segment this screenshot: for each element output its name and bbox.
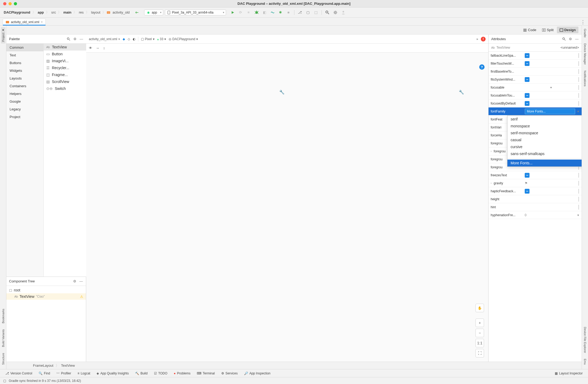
- bookmarks-tool-tab[interactable]: Bookmarks: [1, 307, 5, 325]
- version-control-tab[interactable]: ⎇ Version Control: [5, 372, 32, 375]
- avd-icon[interactable]: ▢: [306, 10, 310, 15]
- minimize-icon[interactable]: —: [575, 37, 579, 41]
- breadcrumb-item[interactable]: main: [62, 10, 72, 15]
- attribute-row[interactable]: filterTouchesW...−: [489, 60, 582, 68]
- breadcrumb-item[interactable]: FrameLayout: [33, 364, 53, 368]
- attribute-row[interactable]: fontFamilyMore Fonts...▾: [489, 107, 582, 115]
- attribute-row[interactable]: focusedByDefault−: [489, 99, 582, 107]
- zoom-out-button[interactable]: −: [476, 329, 484, 337]
- boolean-chip[interactable]: −: [525, 77, 529, 82]
- services-tab[interactable]: ⚙ Services: [221, 372, 238, 375]
- boolean-chip[interactable]: −: [525, 53, 529, 58]
- attach-debugger-icon[interactable]: ✱: [278, 10, 283, 15]
- attribute-value[interactable]: −: [523, 53, 582, 58]
- attribute-row[interactable]: fallbackLineSpa...−: [489, 52, 582, 60]
- build-tab[interactable]: 🔨 Build: [135, 372, 148, 375]
- stop-button[interactable]: ■: [286, 10, 291, 15]
- logcat-tab[interactable]: ≡ Logcat: [77, 372, 90, 375]
- dropdown-option-more-fonts[interactable]: More Fonts...: [507, 160, 582, 166]
- apply-changes-icon[interactable]: ⟳: [238, 10, 243, 15]
- boolean-chip[interactable]: −: [525, 173, 529, 178]
- dropdown-option[interactable]: serif-monospace: [507, 130, 582, 136]
- profiler-tab[interactable]: 〰 Profiler: [56, 372, 71, 375]
- git-icon[interactable]: ⎇: [298, 10, 302, 15]
- emulator-tool-tab[interactable]: Emu: [583, 357, 587, 366]
- palette-category[interactable]: Helpers: [6, 90, 43, 98]
- attribute-value[interactable]: More Fonts...▾: [523, 108, 582, 114]
- minimize-window-button[interactable]: [9, 2, 12, 5]
- attributes-list[interactable]: fallbackLineSpa...−filterTouchesW...−fir…: [489, 52, 582, 362]
- attribute-value[interactable]: [523, 69, 582, 74]
- zoom-in-button[interactable]: +: [476, 319, 484, 327]
- attribute-row[interactable]: fitsSystemWind...−: [489, 76, 582, 84]
- search-icon[interactable]: [325, 10, 330, 15]
- magnet-icon[interactable]: ↕: [103, 46, 105, 50]
- breadcrumb-item[interactable]: DACPlayground: [3, 10, 31, 15]
- palette-category[interactable]: Google: [6, 98, 43, 105]
- attribute-row[interactable]: hapticFeedback...−: [489, 187, 582, 195]
- minimize-icon[interactable]: —: [79, 279, 83, 283]
- attribute-row[interactable]: focusable▾: [489, 84, 582, 91]
- palette-item[interactable]: ⊙⊖Switch: [44, 85, 86, 92]
- palette-category[interactable]: Buttons: [6, 59, 43, 67]
- canvas-surface[interactable]: ? 🔧 🔧 ✋ + − 1:1 ⛶: [86, 53, 488, 362]
- attribute-value[interactable]: −: [523, 77, 582, 82]
- gear-icon[interactable]: ⚙: [73, 279, 77, 283]
- zoom-fit-button[interactable]: ⛶: [476, 349, 484, 357]
- expand-chevron-icon[interactable]: ›: [491, 150, 491, 153]
- canvas-file-dropdown[interactable]: activity_old_xml.xml ▾: [89, 37, 120, 41]
- dropdown-icon[interactable]: ▾: [549, 86, 553, 89]
- tree-node[interactable]: Ab TextView "Ciao" ⚠: [6, 293, 86, 300]
- attribute-value[interactable]: −: [523, 93, 582, 98]
- run-config-selector[interactable]: app: [144, 10, 163, 15]
- attribute-value[interactable]: −: [523, 61, 582, 66]
- palette-item[interactable]: ☰Recycler...: [44, 64, 86, 71]
- device-file-explorer-tab[interactable]: Device File Explorer: [583, 325, 587, 354]
- search-icon[interactable]: [66, 37, 71, 41]
- breadcrumb-item[interactable]: TextView: [61, 364, 75, 368]
- problems-tab[interactable]: ● Problems: [174, 372, 190, 375]
- coverage-icon[interactable]: ◧: [262, 10, 267, 15]
- find-tab[interactable]: 🔍 Find: [39, 372, 50, 375]
- tree-root[interactable]: ◻ root: [6, 287, 86, 293]
- breadcrumb-item[interactable]: res: [78, 10, 85, 15]
- app-inspection-tab[interactable]: 🔎 App Inspection: [244, 372, 270, 375]
- dropdown-icon[interactable]: ▾: [576, 213, 580, 217]
- overflow-icon[interactable]: »: [476, 37, 478, 41]
- layout-inspector-tab[interactable]: ▦ Layout Inspector: [555, 372, 583, 375]
- search-icon[interactable]: [562, 37, 566, 41]
- device-manager-tool-tab[interactable]: Device Manager: [583, 42, 587, 66]
- attribute-row[interactable]: height: [489, 195, 582, 203]
- close-tab-icon[interactable]: ×: [41, 20, 43, 24]
- warning-icon[interactable]: ⚠: [80, 295, 83, 299]
- attribute-value[interactable]: [523, 205, 582, 210]
- code-view-button[interactable]: Code: [520, 27, 539, 33]
- attribute-value[interactable]: ⚑: [523, 181, 582, 186]
- palette-item[interactable]: AbTextView: [44, 44, 86, 51]
- dropdown-option[interactable]: cursive: [507, 143, 582, 150]
- project-tool-tab[interactable]: Project ■: [1, 27, 5, 43]
- build-variants-tool-tab[interactable]: Build Variants: [1, 328, 5, 349]
- palette-category[interactable]: Legacy: [6, 105, 43, 113]
- status-icon[interactable]: ▢: [3, 379, 6, 383]
- debug-button[interactable]: [254, 10, 259, 15]
- night-mode-icon[interactable]: ◐: [133, 37, 135, 41]
- attribute-row[interactable]: ›gravity⚑: [489, 179, 582, 187]
- palette-item[interactable]: ◫Fragme...: [44, 71, 86, 78]
- run-button[interactable]: [230, 10, 235, 15]
- tabs-overflow-icon[interactable]: ⋮: [581, 19, 585, 25]
- palette-item[interactable]: ▨ImageVi...: [44, 57, 86, 64]
- breadcrumb-item[interactable]: app: [37, 10, 45, 15]
- palette-category[interactable]: Containers: [6, 82, 43, 90]
- attribute-value[interactable]: −: [523, 189, 582, 194]
- split-view-button[interactable]: Split: [539, 27, 556, 33]
- gradle-tool-tab[interactable]: Gradle: [583, 27, 587, 39]
- font-family-input[interactable]: More Fonts...: [525, 108, 575, 114]
- device-dropdown[interactable]: ▢ Pixel ▾: [141, 37, 155, 41]
- attribute-row[interactable]: freezesText−: [489, 171, 582, 179]
- structure-tool-tab[interactable]: Structure: [1, 351, 5, 366]
- gear-icon[interactable]: ⚙: [568, 37, 573, 41]
- app-quality-tab[interactable]: ◈ App Quality Insights: [97, 372, 129, 375]
- dropdown-option[interactable]: serif: [507, 116, 582, 123]
- dropdown-option[interactable]: sans-serif-smallcaps: [507, 150, 582, 157]
